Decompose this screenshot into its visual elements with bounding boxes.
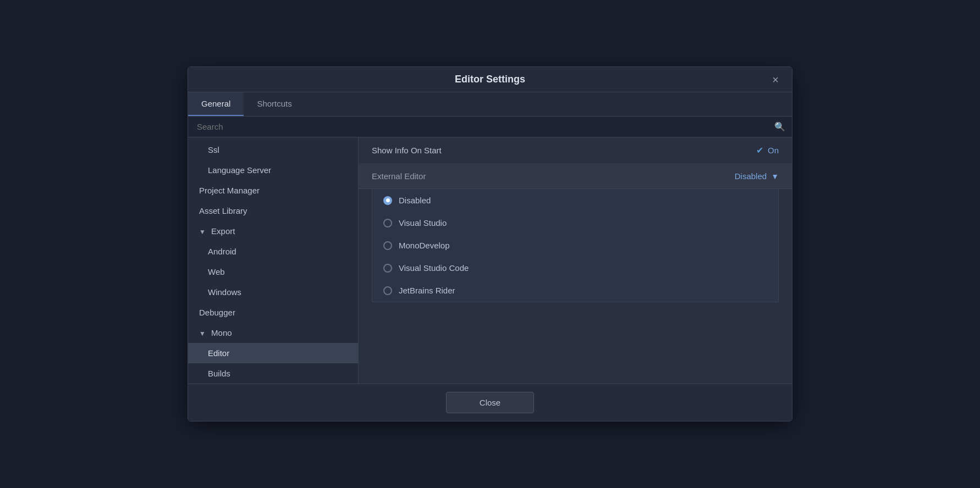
sidebar-item-windows[interactable]: Windows [188,282,358,302]
external-editor-row: External Editor Disabled ▼ [359,164,792,189]
chevron-down-icon: ▼ [199,330,206,337]
radio-empty-icon [383,241,392,250]
sidebar-item-export[interactable]: ▼ Export [188,221,358,241]
external-editor-current-value: Disabled [735,171,767,181]
sidebar-item-ssl[interactable]: Ssl [188,140,358,160]
tabs-bar: General Shortcuts [188,92,792,117]
dialog-footer: Close [188,384,792,421]
sidebar-item-builds[interactable]: Builds [188,363,358,384]
close-icon[interactable]: × [768,72,783,87]
sidebar-item-mono[interactable]: ▼ Mono [188,323,358,343]
content-area: Ssl Language Server Project Manager Asse… [188,137,792,384]
search-icon: 🔍 [774,121,785,132]
sidebar: Ssl Language Server Project Manager Asse… [188,137,359,384]
option-disabled[interactable]: Disabled [372,189,778,212]
search-bar: 🔍 [188,117,792,137]
sidebar-item-asset-library[interactable]: Asset Library [188,201,358,221]
show-info-label: Show Info On Start [372,146,756,155]
option-monodevelop[interactable]: MonoDevelop [372,234,778,257]
radio-empty-icon [383,286,392,295]
chevron-down-icon: ▼ [771,172,779,181]
tab-general[interactable]: General [188,92,244,116]
tab-shortcuts[interactable]: Shortcuts [244,92,305,116]
sidebar-item-debugger[interactable]: Debugger [188,302,358,323]
sidebar-item-editor[interactable]: Editor [188,343,358,363]
show-info-on-start-row: Show Info On Start ✔ On [359,137,792,164]
show-info-on-value: On [768,146,779,155]
title-bar: Editor Settings × [188,67,792,92]
sidebar-item-web[interactable]: Web [188,262,358,282]
show-info-value[interactable]: ✔ On [756,145,779,156]
option-jetbrains-rider[interactable]: JetBrains Rider [372,279,778,302]
radio-empty-icon [383,219,392,228]
dialog-title: Editor Settings [455,74,525,85]
radio-selected-icon [383,196,392,205]
external-editor-popup: Disabled Visual Studio MonoDevelop Visua… [372,189,779,302]
radio-empty-icon [383,264,392,273]
search-input[interactable] [195,117,774,137]
external-editor-dropdown[interactable]: Disabled ▼ [735,171,779,181]
option-visual-studio[interactable]: Visual Studio [372,212,778,234]
chevron-down-icon: ▼ [199,228,206,236]
main-panel: Show Info On Start ✔ On External Editor … [359,137,792,384]
sidebar-item-android[interactable]: Android [188,241,358,262]
sidebar-item-project-manager[interactable]: Project Manager [188,180,358,201]
radio-inner-dot [386,198,390,202]
editor-settings-dialog: Editor Settings × General Shortcuts 🔍 Ss… [188,66,792,422]
sidebar-item-language-server[interactable]: Language Server [188,160,358,180]
external-editor-label: External Editor [372,171,735,181]
option-visual-studio-code[interactable]: Visual Studio Code [372,257,778,279]
checkbox-checked-icon: ✔ [756,145,763,156]
close-button[interactable]: Close [446,392,534,413]
